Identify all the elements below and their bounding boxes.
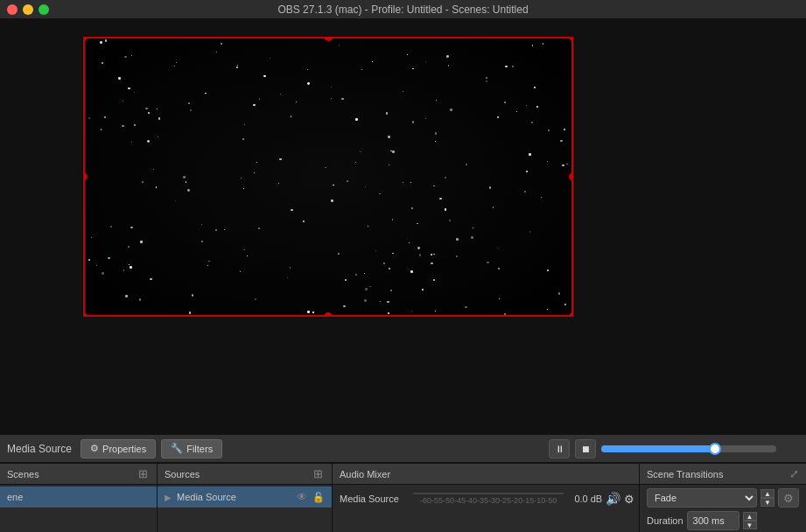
audio-panel: Audio Mixer Media Source -60 -55 -50 -45… (333, 464, 640, 532)
item-arrow: ▶ (165, 493, 172, 502)
scene-item-ene[interactable]: ene (0, 486, 157, 508)
properties-button[interactable]: ⚙ Properties (81, 439, 156, 458)
audio-source-row: Media Source -60 -55 -50 -45 -40 -35 -30… (333, 486, 639, 511)
sources-panel-header: Sources ⊞ (158, 464, 332, 485)
transition-spinner-up[interactable]: ▲ (760, 489, 774, 498)
progress-fill (601, 445, 715, 452)
sources-actions: ⊞ (312, 466, 325, 482)
transition-gear-button[interactable]: ⚙ (778, 488, 799, 508)
visibility-icon[interactable]: 👁 (297, 491, 307, 503)
preview-canvas[interactable] (83, 37, 573, 317)
sources-content: ▶ Media Source 👁 🔓 (158, 485, 332, 532)
transitions-panel: Scene Transitions ⤢ Fade Cut Slide ▲ ▼ ⚙… (640, 464, 806, 532)
stop-button[interactable]: ⏹ (575, 439, 596, 458)
duration-spinner-down[interactable]: ▼ (743, 521, 757, 529)
bottom-panels: Scenes ⊞ ene Sources ⊞ ▶ Media Source 👁 (0, 463, 806, 532)
close-button[interactable] (7, 4, 18, 15)
sources-add-button[interactable]: ⊞ (312, 466, 325, 482)
audio-content: Media Source -60 -55 -50 -45 -40 -35 -30… (333, 485, 639, 532)
audio-volume-icon[interactable]: 🔊 (606, 492, 620, 506)
transitions-content: Fade Cut Slide ▲ ▼ ⚙ Duration 300 ms ▲ ▼ (640, 485, 806, 532)
gear-icon: ⚙ (90, 443, 99, 454)
maximize-button[interactable] (39, 4, 49, 15)
titlebar: OBS 27.1.3 (mac) - Profile: Untitled - S… (0, 0, 806, 19)
handle-bottom-mid[interactable] (324, 312, 333, 317)
source-name: Media Source (177, 492, 236, 502)
scenes-actions: ⊞ (137, 466, 150, 482)
scenes-add-button[interactable]: ⊞ (137, 466, 150, 482)
transition-select[interactable]: Fade Cut Slide (647, 488, 757, 508)
handle-bottom-right[interactable] (569, 312, 573, 317)
sources-panel: Sources ⊞ ▶ Media Source 👁 🔓 (158, 464, 333, 532)
progress-thumb[interactable] (709, 443, 721, 455)
audio-controls: 🔊 ⚙ (606, 492, 634, 506)
toolbar-source-label: Media Source (7, 443, 72, 455)
star-field (85, 38, 571, 315)
window-title: OBS 27.1.3 (mac) - Profile: Untitled - S… (277, 4, 528, 16)
meter-labels: -60 -55 -50 -45 -40 -35 -30 -25 -20 -15 … (413, 496, 564, 505)
scenes-panel-header: Scenes ⊞ (0, 464, 157, 485)
handle-mid-right[interactable] (569, 172, 573, 181)
duration-value: 300 ms (687, 511, 739, 530)
pause-button[interactable]: ⏸ (549, 439, 570, 458)
scene-name: ene (7, 492, 23, 502)
stop-icon: ⏹ (581, 444, 591, 454)
source-item-media[interactable]: ▶ Media Source 👁 🔓 (158, 486, 332, 508)
transitions-panel-header: Scene Transitions ⤢ (640, 464, 806, 485)
toolbar: Media Source ⚙ Properties 🔧 Filters ⏸ ⏹ (0, 435, 806, 463)
progress-bar[interactable] (601, 445, 776, 452)
audio-meters (413, 493, 564, 494)
audio-source-name: Media Source (340, 494, 410, 504)
traffic-lights (7, 4, 49, 15)
duration-spinner-up[interactable]: ▲ (743, 512, 757, 521)
duration-label: Duration (647, 515, 683, 526)
audio-db-value: 0.0 dB (567, 494, 602, 504)
minimize-button[interactable] (23, 4, 33, 15)
filters-button[interactable]: 🔧 Filters (161, 439, 222, 458)
transition-spinner-down[interactable]: ▼ (760, 498, 774, 507)
scenes-content: ene (0, 485, 157, 532)
scenes-panel: Scenes ⊞ ene (0, 464, 158, 532)
pause-icon: ⏸ (555, 444, 564, 454)
audio-settings-icon[interactable]: ⚙ (624, 493, 634, 506)
filter-icon: 🔧 (171, 443, 183, 454)
lock-icon[interactable]: 🔓 (312, 492, 325, 503)
audio-panel-header: Audio Mixer (333, 464, 639, 485)
transition-row: Fade Cut Slide ▲ ▼ ⚙ (640, 486, 806, 509)
canvas-area (0, 19, 806, 454)
transitions-expand-icon[interactable]: ⤢ (789, 467, 799, 480)
duration-row: Duration 300 ms ▲ ▼ (640, 509, 806, 532)
